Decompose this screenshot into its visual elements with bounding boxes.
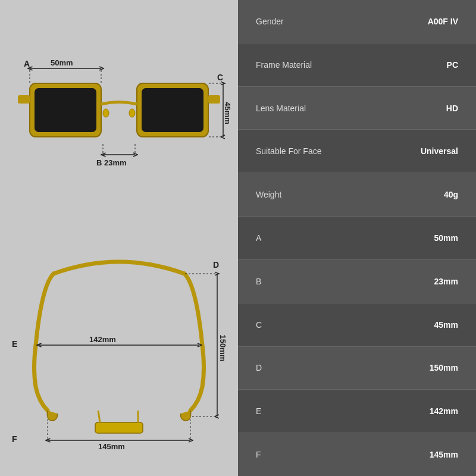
svg-text:E: E [12,339,17,349]
spec-label: Gender [256,17,284,26]
svg-text:A: A [24,59,30,68]
spec-label: Suitable For Face [256,146,322,156]
spec-label: Weight [256,190,281,199]
spec-row: A50mm [238,217,476,260]
svg-point-6 [103,109,109,117]
spec-row: D150mm [238,347,476,390]
spec-value: 40g [444,190,458,199]
spec-value: 23mm [434,277,458,286]
spec-value: 145mm [430,450,458,459]
spec-value: A00F IV [428,17,458,26]
svg-text:B  23mm: B 23mm [96,158,127,167]
svg-rect-4 [18,95,30,104]
svg-rect-3 [142,88,203,132]
svg-text:F: F [12,434,17,444]
svg-point-7 [129,109,135,117]
spec-row: E142mm [238,390,476,433]
spec-label: F [256,450,261,459]
right-panel: GenderA00F IVFrame MaterialPCLens Materi… [238,0,476,476]
spec-row: Weight40g [238,173,476,217]
svg-text:50mm: 50mm [51,58,73,67]
svg-rect-1 [35,88,96,132]
svg-text:150mm: 150mm [218,335,227,362]
spec-row: Lens MaterialHD [238,87,476,130]
svg-line-23 [98,411,100,422]
spec-value: 142mm [430,406,458,416]
spec-row: Frame MaterialPC [238,43,476,87]
left-panel: A 50mm B 23mm 45mm C [0,0,238,476]
spec-label: C [256,320,262,330]
svg-text:D: D [213,260,219,270]
svg-text:145mm: 145mm [98,442,125,451]
spec-label: Lens Material [256,104,306,113]
spec-value: 50mm [434,233,458,243]
spec-value: 45mm [434,320,458,330]
diagram-top: A 50mm B 23mm 45mm C [6,12,232,214]
svg-text:C: C [217,73,223,82]
spec-row: GenderA00F IV [238,0,476,43]
spec-value: PC [447,60,458,70]
spec-row: C45mm [238,303,476,347]
spec-value: 150mm [430,363,458,372]
spec-label: Frame Material [256,60,312,70]
svg-text:142mm: 142mm [89,335,116,344]
spec-row: Suitable For FaceUniversal [238,130,476,173]
spec-label: A [256,233,261,243]
spec-label: D [256,363,262,372]
svg-rect-22 [95,422,143,433]
spec-label: B [256,277,261,286]
spec-value: HD [446,104,458,113]
spec-value: Universal [421,146,458,156]
spec-label: E [256,406,261,416]
diagram-bottom: E 142mm D 150mm F 145mm [6,214,232,464]
svg-rect-5 [208,95,220,104]
spec-row: B23mm [238,260,476,303]
spec-row: F145mm [238,433,476,476]
svg-text:45mm: 45mm [223,102,232,124]
